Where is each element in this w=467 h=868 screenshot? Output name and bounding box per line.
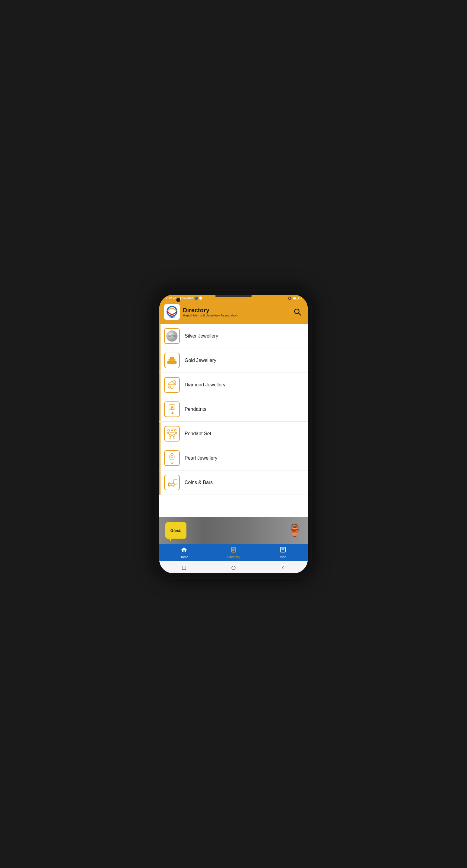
system-nav [159, 561, 308, 573]
svg-rect-29 [170, 454, 174, 460]
svg-point-22 [175, 432, 177, 434]
list-item[interactable]: Diamond Jewellery [159, 373, 308, 397]
svg-rect-8 [168, 361, 176, 362]
banner-brand: Gtech [165, 522, 186, 539]
list-item[interactable]: Pendatnts [159, 397, 308, 422]
banner: Gtech 🏺 [159, 517, 308, 544]
svg-point-19 [171, 429, 173, 431]
svg-point-28 [173, 438, 174, 439]
list-item[interactable]: Gold Jewellery [159, 348, 308, 373]
list-item[interactable]: Pearl Jewellery [159, 446, 308, 470]
category-icon-diamond [164, 377, 180, 393]
back-button[interactable] [279, 564, 287, 571]
category-label: Pendant Set [185, 431, 211, 436]
svg-marker-9 [168, 381, 176, 389]
svg-point-20 [175, 430, 176, 431]
app-logo: GJAR [164, 304, 180, 320]
svg-point-18 [168, 430, 170, 431]
category-label: Coins & Bars [185, 480, 213, 485]
phone-screen: 17:02 4G 59.0 KB/S 🔵 🅐 🔕 ⚡ [159, 295, 308, 573]
gold-bars-icon [166, 355, 178, 366]
svg-text:GJAR: GJAR [169, 316, 175, 318]
svg-rect-44 [182, 566, 186, 569]
list-item[interactable]: Pendant Set [159, 422, 308, 446]
category-icon-coins [164, 475, 180, 490]
header-subtitle: Rajkot Gems & Jewellery Association [183, 313, 238, 317]
nav-misc[interactable]: Misc [258, 544, 308, 561]
header-text: Directory Rajkot Gems & Jewellery Associ… [183, 307, 238, 317]
battery-icon: ⚡ [293, 297, 303, 300]
app-header: GJAR Directory Rajkot Gems & Jewellery A… [159, 301, 308, 324]
network-type: 4G [173, 297, 176, 300]
book-icon [230, 547, 237, 555]
content-area: SILVER Silver Jewellery [159, 324, 308, 544]
category-label: Pearl Jewellery [185, 456, 217, 461]
svg-point-23 [169, 434, 172, 437]
pendant-icon [166, 404, 178, 415]
list-icon [280, 547, 286, 555]
header-title: Directory [183, 307, 238, 313]
phone-frame: 17:02 4G 59.0 KB/S 🔵 🅐 🔕 ⚡ [155, 289, 312, 579]
category-icon-gold [164, 352, 180, 368]
category-label: Gold Jewellery [185, 358, 216, 363]
svg-point-2 [169, 307, 171, 309]
svg-point-35 [169, 482, 174, 484]
category-icon-pearl [164, 450, 180, 466]
svg-point-27 [170, 438, 171, 439]
category-list: SILVER Silver Jewellery [159, 324, 308, 517]
home-icon [181, 547, 187, 555]
status-left: 17:02 4G 59.0 KB/S 🔵 🅐 [164, 297, 202, 300]
banner-figure: 🏺 [288, 524, 302, 537]
nav-home-label: Home [179, 555, 188, 559]
phone-notch [215, 295, 252, 297]
bottom-nav: Home Directory [159, 544, 308, 561]
pearl-icon [166, 453, 178, 464]
svg-point-24 [173, 434, 175, 437]
coins-bars-icon [166, 477, 178, 488]
pendant-set-icon [166, 428, 178, 439]
list-item[interactable]: SILVER Silver Jewellery [159, 324, 308, 348]
clock: 17:02 [164, 297, 172, 300]
home-button[interactable] [230, 564, 237, 571]
nav-home[interactable]: Home [159, 544, 209, 561]
svg-point-45 [232, 566, 235, 569]
category-label: Pendatnts [185, 407, 206, 412]
header-left: GJAR Directory Rajkot Gems & Jewellery A… [164, 304, 238, 320]
nav-misc-label: Misc [280, 555, 287, 559]
phone-camera [176, 298, 180, 302]
status-right: 🔕 ⚡ [288, 297, 303, 300]
svg-line-11 [168, 381, 172, 384]
nav-directory[interactable]: Directory [209, 544, 258, 561]
svg-line-4 [299, 313, 301, 315]
svg-point-21 [167, 432, 169, 434]
speed-indicator: 59.0 KB/S [182, 297, 193, 300]
accessibility-icon: 🅐 [199, 297, 202, 300]
svg-rect-7 [170, 357, 174, 360]
diamond-icon [166, 379, 178, 391]
vibrate-icon: 🔕 [288, 297, 291, 300]
category-label: Silver Jewellery [185, 333, 218, 339]
category-icon-pendant-set [164, 426, 180, 441]
category-label: Diamond Jewellery [185, 382, 225, 388]
svg-point-30 [171, 456, 173, 458]
category-icon-silver: SILVER [164, 328, 180, 344]
recents-button[interactable] [180, 564, 188, 571]
nav-directory-label: Directory [227, 555, 240, 559]
silver-coin-icon: SILVER [166, 330, 178, 342]
category-icon-pendants [164, 401, 180, 417]
list-item[interactable]: Coins & Bars [159, 470, 308, 495]
usb-icon: 🔵 [194, 297, 198, 300]
search-button[interactable] [292, 307, 303, 317]
